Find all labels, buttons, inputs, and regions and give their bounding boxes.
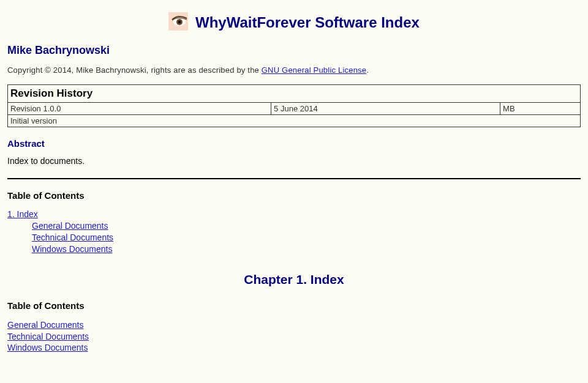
copyright-line: Copyright © 2014, Mike Bachrynowski, rig… xyxy=(7,65,581,75)
chapter-heading: Chapter 1. Index xyxy=(7,272,581,287)
toc-chapter: General Documents Technical Documents Wi… xyxy=(7,319,581,354)
author-heading: Mike Bachrynowski xyxy=(7,44,581,57)
table-row: Revision 1.0.0 5 June 2014 MB xyxy=(8,103,581,115)
toc-link-general[interactable]: General Documents xyxy=(32,220,581,232)
table-row: Initial version xyxy=(8,115,581,127)
eye-logo-icon xyxy=(168,12,188,31)
toc-link-technical[interactable]: Technical Documents xyxy=(32,232,581,244)
revision-date: 5 June 2014 xyxy=(271,103,500,115)
toc-link-index[interactable]: 1. Index xyxy=(7,209,581,219)
revision-number: Revision 1.0.0 xyxy=(8,103,271,115)
abstract-heading: Abstract xyxy=(7,138,581,149)
revision-history-heading: Revision History xyxy=(8,85,581,103)
abstract-body: Index to documents. xyxy=(7,156,581,166)
toc-heading: Table of Contents xyxy=(7,190,581,201)
revision-description: Initial version xyxy=(8,115,581,127)
revision-initials: MB xyxy=(500,103,581,115)
copyright-prefix: Copyright © 2014, Mike Bachrynowski, rig… xyxy=(7,65,262,75)
toc-heading-chapter: Table of Contents xyxy=(7,300,581,311)
divider xyxy=(7,178,581,179)
toc-sublist: General Documents Technical Documents Wi… xyxy=(32,220,581,255)
license-link[interactable]: GNU General Public License xyxy=(262,65,366,75)
copyright-suffix: . xyxy=(366,65,369,75)
toc-link-windows[interactable]: Windows Documents xyxy=(7,342,581,354)
toc-link-technical[interactable]: Technical Documents xyxy=(7,331,581,343)
revision-history-table: Revision History Revision 1.0.0 5 June 2… xyxy=(7,84,581,127)
toc-link-general[interactable]: General Documents xyxy=(7,319,581,331)
toc-link-windows[interactable]: Windows Documents xyxy=(32,244,581,255)
page-title-row: WhyWaitForever Software Index xyxy=(7,12,581,33)
svg-point-3 xyxy=(178,21,181,23)
page-title: WhyWaitForever Software Index xyxy=(195,14,420,31)
toc-main: 1. Index General Documents Technical Doc… xyxy=(7,209,581,255)
